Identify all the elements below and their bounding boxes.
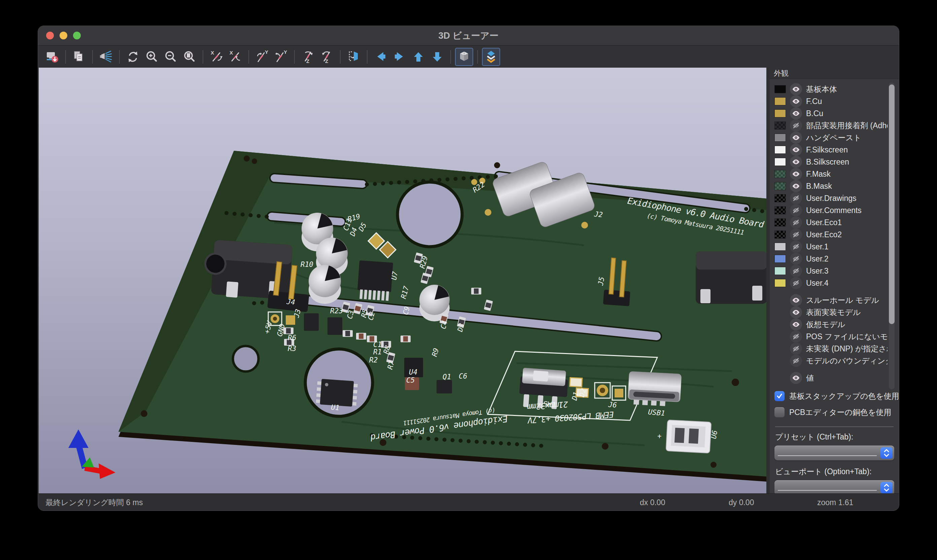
zoom-in-button[interactable] bbox=[143, 48, 161, 66]
refresh-view-button[interactable] bbox=[124, 48, 142, 66]
orthographic-projection-toggle[interactable] bbox=[455, 48, 473, 66]
layer-row[interactable]: POS ファイルにないモデ bbox=[770, 331, 888, 343]
layer-row[interactable]: B.Cu bbox=[770, 107, 888, 120]
visibility-toggle[interactable] bbox=[790, 253, 802, 265]
preset-select-stepper-icon[interactable] bbox=[880, 447, 892, 459]
layer-color-swatch[interactable] bbox=[774, 267, 786, 275]
layer-row[interactable]: User.2 bbox=[770, 253, 888, 265]
move-down-icon bbox=[430, 49, 445, 64]
move-left-button[interactable] bbox=[372, 48, 390, 66]
layer-row[interactable]: User.4 bbox=[770, 277, 888, 289]
rotate-z-clockwise-button[interactable]: Z bbox=[299, 48, 317, 66]
layer-row[interactable]: 基板本体 bbox=[770, 83, 888, 95]
layer-row[interactable]: モデルのバウンディング bbox=[770, 355, 888, 367]
visibility-toggle[interactable] bbox=[790, 204, 802, 216]
layer-color-swatch[interactable] bbox=[774, 109, 786, 117]
appearance-panel: 外観 基板本体F.CuB.Cu部品実装用接着剤 (AdheハンダペーストF.Si… bbox=[770, 68, 899, 493]
export-image-button[interactable] bbox=[43, 48, 61, 66]
visibility-toggle[interactable] bbox=[790, 229, 802, 241]
layer-color-swatch[interactable] bbox=[774, 206, 786, 214]
layer-row[interactable]: B.Silkscreen bbox=[770, 156, 888, 168]
use-pcb-editor-copper-checkbox[interactable] bbox=[774, 407, 785, 417]
layer-color-swatch[interactable] bbox=[774, 134, 786, 142]
visibility-toggle[interactable] bbox=[790, 306, 802, 318]
layer-row[interactable]: スルーホール モデル bbox=[770, 294, 888, 306]
visibility-toggle[interactable] bbox=[790, 265, 802, 277]
visibility-toggle[interactable] bbox=[790, 294, 802, 306]
layer-row[interactable]: ハンダペースト bbox=[770, 132, 888, 144]
preset-select[interactable] bbox=[774, 446, 894, 460]
layer-color-swatch[interactable] bbox=[774, 255, 786, 263]
layer-row[interactable]: 表面実装モデル bbox=[770, 306, 888, 318]
visibility-toggle[interactable] bbox=[790, 95, 802, 107]
visibility-toggle[interactable] bbox=[790, 355, 802, 367]
visibility-toggle[interactable] bbox=[790, 241, 802, 253]
viewport-select[interactable] bbox=[774, 480, 894, 495]
layer-row[interactable]: B.Mask bbox=[770, 180, 888, 192]
layer-color-swatch[interactable] bbox=[774, 279, 786, 287]
layer-row[interactable]: User.3 bbox=[770, 265, 888, 277]
sidebar-scrollbar-thumb[interactable] bbox=[889, 85, 895, 324]
visibility-toggle[interactable] bbox=[790, 107, 802, 120]
visibility-toggle[interactable] bbox=[790, 372, 802, 384]
layer-row[interactable]: F.Mask bbox=[770, 168, 888, 180]
layer-row[interactable]: 未実装 (DNP) が指定され bbox=[770, 343, 888, 355]
layer-row[interactable]: User.Comments bbox=[770, 204, 888, 216]
visibility-toggle[interactable] bbox=[790, 132, 802, 144]
visibility-toggle[interactable] bbox=[790, 343, 802, 355]
visibility-toggle[interactable] bbox=[790, 331, 802, 343]
move-right-button[interactable] bbox=[391, 48, 409, 66]
layer-row[interactable]: F.Silkscreen bbox=[770, 144, 888, 156]
visibility-toggle[interactable] bbox=[790, 168, 802, 180]
show-layers-toggle[interactable] bbox=[482, 48, 500, 66]
layer-color-swatch[interactable] bbox=[774, 182, 786, 190]
layer-color-swatch[interactable] bbox=[774, 97, 786, 105]
3d-viewport[interactable]: R22J2R19C11D4D5R10R23U7R29R17C9U1J3R6R3C… bbox=[39, 68, 766, 493]
layer-row[interactable]: User.Eco1 bbox=[770, 216, 888, 229]
layer-row[interactable]: User.Drawings bbox=[770, 192, 888, 204]
layer-color-swatch[interactable] bbox=[774, 85, 786, 93]
rotate-y-clockwise-button[interactable]: Y bbox=[253, 48, 271, 66]
refdes-label: U6 bbox=[709, 430, 719, 440]
use-stackup-colors-checkbox[interactable] bbox=[774, 391, 785, 401]
toolbar-separator bbox=[450, 50, 451, 64]
layer-color-swatch[interactable] bbox=[774, 218, 786, 226]
move-up-button[interactable] bbox=[409, 48, 428, 66]
zoom-out-button[interactable] bbox=[162, 48, 180, 66]
visibility-toggle[interactable] bbox=[790, 120, 802, 132]
move-down-button[interactable] bbox=[428, 48, 446, 66]
visibility-toggle[interactable] bbox=[790, 277, 802, 289]
layer-color-swatch[interactable] bbox=[774, 170, 786, 178]
rotate-z-counterclockwise-button[interactable]: Z bbox=[318, 48, 336, 66]
viewport-select-stepper-icon[interactable] bbox=[880, 482, 892, 493]
layer-row[interactable]: 仮想モデル bbox=[770, 318, 888, 331]
rotate-x-counterclockwise-button[interactable]: X bbox=[226, 48, 245, 66]
visibility-toggle[interactable] bbox=[790, 180, 802, 192]
rotate-x-clockwise-button[interactable]: X bbox=[207, 48, 226, 66]
visibility-toggle[interactable] bbox=[790, 144, 802, 156]
layer-color-swatch[interactable] bbox=[774, 231, 786, 238]
use-pcb-editor-copper-row[interactable]: PCBエディターの銅色を使用 bbox=[774, 404, 894, 420]
visibility-toggle[interactable] bbox=[790, 318, 802, 331]
layer-row[interactable]: User.Eco2 bbox=[770, 229, 888, 241]
layer-color-swatch[interactable] bbox=[774, 122, 786, 129]
raytracing-render-button[interactable] bbox=[97, 48, 115, 66]
rotate-y-counterclockwise-button[interactable]: Y bbox=[272, 48, 290, 66]
layer-color-swatch[interactable] bbox=[774, 146, 786, 154]
copy-image-button[interactable] bbox=[70, 48, 88, 66]
layer-row[interactable]: User.1 bbox=[770, 241, 888, 253]
visibility-toggle[interactable] bbox=[790, 156, 802, 168]
layer-color-swatch[interactable] bbox=[774, 158, 786, 166]
visibility-toggle[interactable] bbox=[790, 83, 802, 95]
layer-row[interactable]: F.Cu bbox=[770, 95, 888, 107]
layer-color-swatch[interactable] bbox=[774, 194, 786, 202]
flip-board-button[interactable] bbox=[345, 48, 363, 66]
visibility-toggle[interactable] bbox=[790, 192, 802, 204]
layer-row[interactable]: 部品実装用接着剤 (Adhe bbox=[770, 120, 888, 132]
layer-row[interactable]: 値 bbox=[770, 372, 888, 384]
toolbar-separator bbox=[92, 50, 93, 64]
zoom-to-fit-button[interactable] bbox=[180, 48, 198, 66]
layer-color-swatch[interactable] bbox=[774, 243, 786, 251]
use-stackup-colors-row[interactable]: 基板スタックアップの色を使用 bbox=[774, 388, 894, 404]
visibility-toggle[interactable] bbox=[790, 216, 802, 229]
